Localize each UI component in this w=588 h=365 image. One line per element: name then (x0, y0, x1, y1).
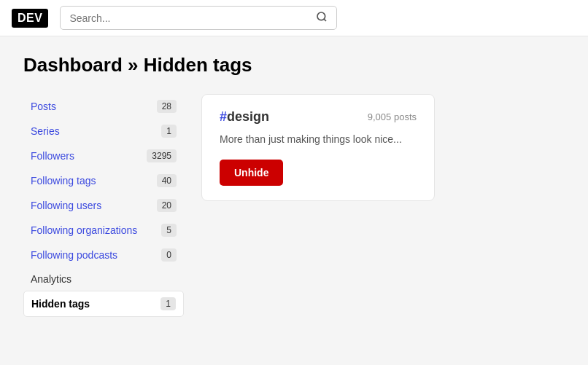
sidebar-item-hidden-tags[interactable]: Hidden tags1 (23, 291, 184, 317)
sidebar-item-following-users[interactable]: Following users20 (23, 193, 184, 218)
sidebar-item-analytics: Analytics (23, 267, 184, 291)
sidebar-item-posts[interactable]: Posts28 (23, 94, 184, 119)
svg-point-0 (317, 12, 325, 20)
tag-posts-count: 9,005 posts (368, 111, 417, 122)
sidebar-item-label-following-tags: Following tags (31, 175, 96, 187)
sidebar: Posts28Series1Followers3295Following tag… (23, 94, 184, 317)
logo: DEV (12, 9, 48, 28)
sidebar-badge-hidden-tags: 1 (160, 297, 176, 310)
search-icon (316, 11, 328, 25)
sidebar-item-label-analytics: Analytics (31, 273, 71, 285)
sidebar-item-series[interactable]: Series1 (23, 119, 184, 144)
sidebar-badge-following-podcasts: 0 (161, 248, 177, 262)
tag-card-header: #design 9,005 posts (220, 109, 417, 125)
sidebar-item-label-series: Series (31, 125, 60, 137)
sidebar-item-following-tags[interactable]: Following tags40 (23, 168, 184, 193)
sidebar-badge-followers: 3295 (147, 149, 177, 162)
tag-card: #design 9,005 posts More than just makin… (201, 94, 435, 201)
page-title: Dashboard » Hidden tags (23, 54, 565, 76)
header: DEV (0, 0, 588, 36)
sidebar-item-label-following-podcasts: Following podcasts (31, 249, 117, 261)
sidebar-item-following-podcasts[interactable]: Following podcasts0 (23, 243, 184, 267)
sidebar-badge-following-orgs: 5 (161, 224, 177, 237)
main-content: Dashboard » Hidden tags Posts28Series1Fo… (0, 36, 588, 334)
sidebar-badge-series: 1 (161, 125, 177, 138)
sidebar-badge-following-tags: 40 (157, 174, 177, 187)
sidebar-item-label-following-orgs: Following organizations (31, 224, 137, 236)
sidebar-badge-posts: 28 (157, 100, 177, 113)
sidebar-item-following-orgs[interactable]: Following organizations5 (23, 218, 184, 243)
unhide-button[interactable]: Unhide (220, 160, 283, 186)
tag-name: #design (220, 109, 269, 125)
search-bar[interactable] (60, 6, 337, 30)
sidebar-item-label-hidden-tags: Hidden tags (31, 298, 90, 310)
sidebar-item-label-posts: Posts (31, 101, 56, 112)
tag-description: More than just making things look nice..… (220, 133, 417, 145)
sidebar-item-followers[interactable]: Followers3295 (23, 144, 184, 168)
sidebar-item-label-following-users: Following users (31, 200, 101, 211)
svg-line-1 (325, 19, 327, 21)
content-layout: Posts28Series1Followers3295Following tag… (23, 94, 565, 317)
sidebar-badge-following-users: 20 (157, 199, 177, 212)
sidebar-item-label-followers: Followers (31, 150, 74, 162)
search-input[interactable] (69, 12, 316, 24)
tag-hash: # (220, 109, 227, 124)
